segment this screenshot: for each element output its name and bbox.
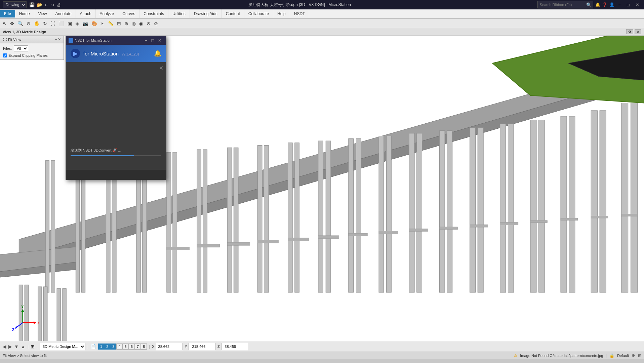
redo-icon[interactable]: ↪ xyxy=(50,2,55,8)
checkbox-row: Expand Clipping Planes xyxy=(3,53,61,57)
tool-more2[interactable]: ◉ xyxy=(138,20,145,27)
settings-status-icon[interactable]: ⚙ xyxy=(632,353,635,358)
tool-more3[interactable]: ⊗ xyxy=(145,20,152,27)
lock-icon[interactable]: 🔒 xyxy=(609,353,614,358)
viewport[interactable]: X Y Z NSDT for MicroStation − □ ✕ ▶ xyxy=(0,36,644,341)
app-selector[interactable]: Drawing xyxy=(3,1,27,8)
view-label-bar: View 1, 3D Metric Design ⚙ ✕ xyxy=(0,28,644,36)
y-input[interactable] xyxy=(189,343,215,350)
fit-view-min-btn[interactable]: − xyxy=(55,37,57,42)
separator-3: | xyxy=(87,344,88,349)
svg-rect-26 xyxy=(326,141,331,292)
grid-icon[interactable]: ⊞ xyxy=(31,344,35,349)
tool-zoom-in[interactable]: 🔍 xyxy=(16,20,25,27)
nav-up-btn[interactable]: ▲ xyxy=(21,344,26,349)
tab-bar: File Home View Annotate Attach Analyze C… xyxy=(0,9,644,18)
drawing-icon[interactable]: 📄 xyxy=(90,344,96,349)
tab-view[interactable]: View xyxy=(34,9,51,18)
status-bar: Fit View > Select view to fit ⚠ Image No… xyxy=(0,352,644,359)
tab-analyze[interactable]: Analyze xyxy=(96,9,119,18)
tool-pan[interactable]: ✋ xyxy=(33,20,41,27)
tab-home[interactable]: Home xyxy=(15,9,34,18)
view-num-3-btn[interactable]: 3 xyxy=(110,344,116,350)
view-num-8-btn[interactable]: 8 xyxy=(141,344,147,350)
svg-rect-11 xyxy=(530,120,536,292)
nav-down-btn[interactable]: ▼ xyxy=(14,344,19,349)
nsdt-close-inner-btn[interactable]: ✕ xyxy=(159,65,163,71)
svg-rect-51 xyxy=(349,233,367,236)
print-icon[interactable]: 🖨 xyxy=(56,2,62,8)
tool-render[interactable]: 🎨 xyxy=(90,20,98,27)
x-input[interactable] xyxy=(156,343,183,350)
view-num-5-btn[interactable]: 5 xyxy=(123,344,129,350)
view-mode-select[interactable]: 3D Metric Design M... xyxy=(40,343,85,350)
view-num-4-btn[interactable]: 4 xyxy=(116,344,122,350)
view-settings-btn[interactable]: ⚙ xyxy=(626,29,633,34)
help-icon[interactable]: ❓ xyxy=(602,2,607,7)
tool-zoom-out[interactable]: ⊖ xyxy=(25,20,32,27)
quick-access-toolbar: 💾 📂 ↩ ↪ 🖨 xyxy=(29,2,62,8)
nav-prev-btn[interactable]: ◀ xyxy=(3,344,6,349)
nsdt-min-btn[interactable]: − xyxy=(143,38,149,43)
titlebar-maximize-btn[interactable]: □ xyxy=(625,2,632,8)
tool-camera[interactable]: 📷 xyxy=(81,20,89,27)
tool-section[interactable]: ✂ xyxy=(99,20,106,27)
tool-more1[interactable]: ◎ xyxy=(130,20,137,27)
tool-window[interactable]: ⬜ xyxy=(57,20,66,27)
tool-iso[interactable]: ◈ xyxy=(74,20,80,27)
status-text-left: Fit View > Select view to fit xyxy=(3,354,510,358)
nsdt-dialog: NSDT for MicroStation − □ ✕ ▶ for MicroS… xyxy=(66,36,166,180)
svg-rect-6 xyxy=(631,103,638,292)
tool-rotate[interactable]: ↻ xyxy=(42,20,48,27)
open-icon[interactable]: 📂 xyxy=(36,2,43,8)
svg-rect-55 xyxy=(470,225,488,227)
z-input[interactable] xyxy=(221,343,248,350)
tool-measure[interactable]: 📏 xyxy=(107,20,115,27)
nsdt-max-btn[interactable]: □ xyxy=(150,38,156,43)
files-select[interactable]: All xyxy=(14,45,28,51)
titlebar-close-btn[interactable]: ✕ xyxy=(634,2,641,8)
tab-drawing-aids[interactable]: Drawing Aids xyxy=(190,9,222,18)
nav-next-btn[interactable]: ▶ xyxy=(8,344,12,349)
tab-collaborate[interactable]: Collaborate xyxy=(244,9,273,18)
view-num-2-btn[interactable]: 2 xyxy=(104,344,110,350)
nsdt-dialog-title: NSDT for MicroStation xyxy=(69,38,112,43)
svg-rect-20 xyxy=(417,133,422,292)
fit-view-close-btn[interactable]: ✕ xyxy=(58,37,61,42)
tool-front[interactable]: ▣ xyxy=(66,20,73,27)
tool-select[interactable]: ↖ xyxy=(1,20,8,27)
tool-move[interactable]: ✥ xyxy=(9,20,15,27)
tab-help[interactable]: Help xyxy=(273,9,290,18)
tab-constraints[interactable]: Constraints xyxy=(139,9,168,18)
user-icon[interactable]: 👤 xyxy=(609,2,614,7)
tab-curves[interactable]: Curves xyxy=(118,9,139,18)
tab-utilities[interactable]: Utilities xyxy=(168,9,190,18)
undo-icon[interactable]: ↩ xyxy=(44,2,49,8)
view-close-btn[interactable]: ✕ xyxy=(635,29,641,34)
tool-more4[interactable]: ⊘ xyxy=(153,20,159,27)
tool-fit[interactable]: ⛶ xyxy=(49,20,56,27)
search-ribbon-input[interactable] xyxy=(538,3,585,7)
svg-rect-14 xyxy=(508,124,514,292)
view-num-6-btn[interactable]: 6 xyxy=(129,344,135,350)
svg-rect-21 xyxy=(379,136,384,292)
tab-file[interactable]: File xyxy=(0,10,15,17)
bell-icon[interactable]: 🔔 xyxy=(595,2,600,7)
view-num-7-btn[interactable]: 7 xyxy=(135,344,141,350)
expand-status-icon[interactable]: ⊞ xyxy=(638,353,641,358)
tool-snap[interactable]: ⊕ xyxy=(123,20,130,27)
tab-annotate[interactable]: Annotate xyxy=(51,9,76,18)
z-coord-block: Z xyxy=(217,343,248,350)
view-num-1-btn[interactable]: 1 xyxy=(98,344,104,350)
tab-attach[interactable]: Attach xyxy=(76,9,96,18)
nsdt-close-btn[interactable]: ✕ xyxy=(156,38,163,43)
titlebar-minimize-btn[interactable]: − xyxy=(616,2,623,8)
svg-rect-44 xyxy=(51,161,55,292)
svg-rect-8 xyxy=(600,111,606,292)
nsdt-speaker-icon[interactable]: 🔔 xyxy=(154,50,161,57)
tab-nsdt[interactable]: NSDT xyxy=(290,9,310,18)
tab-content[interactable]: Content xyxy=(222,9,244,18)
tool-grid[interactable]: ⊞ xyxy=(116,20,122,27)
expand-clipping-checkbox[interactable] xyxy=(3,53,7,57)
save-icon[interactable]: 💾 xyxy=(29,2,35,8)
